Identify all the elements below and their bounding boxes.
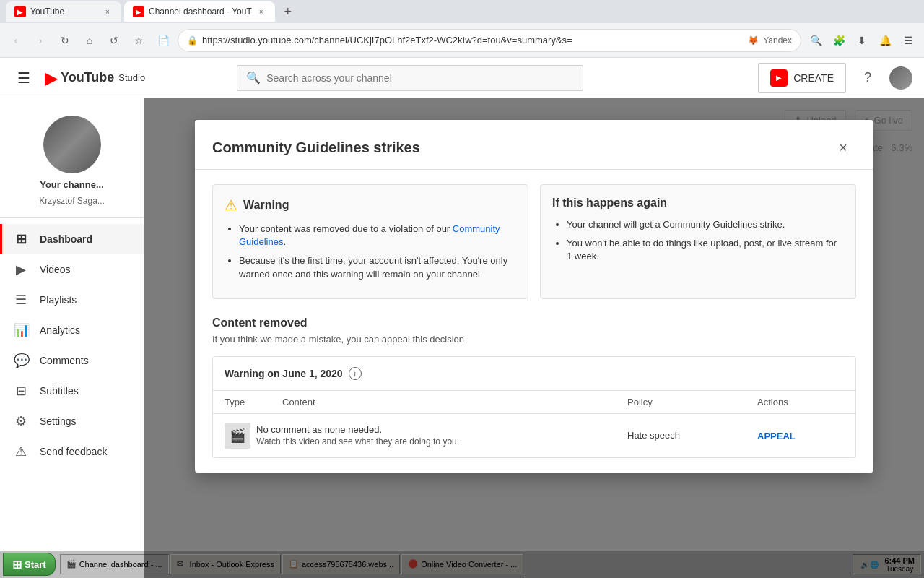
sidebar-item-dashboard-label: Dashboard <box>40 233 92 245</box>
address-text: https://studio.youtube.com/channel/UCKjI… <box>202 35 744 46</box>
modal-title: Community Guidelines strikes <box>212 139 420 156</box>
studio-header: ☰ ▶ YouTube Studio 🔍 CREATE ? <box>0 58 924 98</box>
policy-text: Hate speech <box>627 430 757 441</box>
col-type-header: Type <box>225 397 282 407</box>
sidebar-item-feedback-label: Send feedback <box>40 446 107 457</box>
warning-bullet-1: Your content was removed due to a violat… <box>239 223 516 249</box>
hamburger-menu[interactable]: ☰ <box>12 64 36 92</box>
tab-youtube-title: YouTube <box>30 7 98 17</box>
search-bar[interactable]: 🔍 <box>237 65 583 91</box>
analytics-icon: 📊 <box>14 322 28 338</box>
feedback-icon: ⚠ <box>14 444 28 460</box>
back-button[interactable]: ‹ <box>6 30 26 51</box>
download-btn[interactable]: ⬇ <box>852 30 872 51</box>
search-icon: 🔍 <box>246 71 261 85</box>
tab-studio[interactable]: ▶ Channel dashboard - YouT × <box>124 1 275 22</box>
extensions-btn[interactable]: 🧩 <box>829 30 849 51</box>
address-bar[interactable]: 🔒 https://studio.youtube.com/channel/UCK… <box>178 29 801 52</box>
start-button[interactable]: ⊞ Start <box>3 553 56 576</box>
browser-controls: ‹ › ↻ ⌂ ↺ ☆ 📄 🔒 https://studio.youtube.c… <box>0 23 924 58</box>
page-content: ⬆ Upload ● Go live Impressions click-thr… <box>144 98 924 578</box>
create-button[interactable]: CREATE <box>758 63 846 93</box>
sidebar-item-playlists-label: Playlists <box>40 294 77 306</box>
start-icon: ⊞ <box>12 558 22 571</box>
sidebar-item-feedback[interactable]: ⚠ Send feedback <box>0 436 144 467</box>
sidebar-item-videos[interactable]: ▶ Videos <box>0 254 144 285</box>
dashboard-icon: ⊞ <box>14 231 28 247</box>
tab-studio-title: Channel dashboard - YouT <box>149 7 252 17</box>
youtube-logo[interactable]: ▶ YouTube Studio <box>45 68 145 88</box>
tab-studio-close[interactable]: × <box>256 7 266 17</box>
header-actions: CREATE ? <box>758 63 912 93</box>
search-action-btn[interactable]: 🔍 <box>806 30 826 51</box>
sidebar-item-dashboard[interactable]: ⊞ Dashboard <box>0 224 144 254</box>
community-guidelines-modal: Community Guidelines strikes × ⚠ Warning <box>195 120 873 473</box>
youtube-studio-app: ☰ ▶ YouTube Studio 🔍 CREATE ? Your chann… <box>0 58 924 578</box>
menu-btn[interactable]: ☰ <box>898 30 918 51</box>
sidebar-item-comments[interactable]: 💬 Comments <box>0 345 144 376</box>
appeal-link[interactable]: APPEAL <box>757 431 796 441</box>
youtube-favicon: ▶ <box>14 6 26 17</box>
modal-body: ⚠ Warning Your content was removed due t… <box>195 170 873 473</box>
studio-favicon: ▶ <box>133 6 144 17</box>
warning-boxes: ⚠ Warning Your content was removed due t… <box>212 184 856 299</box>
warning-triangle-icon: ⚠ <box>225 197 237 214</box>
reload-button[interactable]: ↻ <box>55 30 75 51</box>
history-button[interactable]: ↺ <box>104 30 124 51</box>
lock-icon: 🔒 <box>187 35 198 46</box>
tab-youtube[interactable]: ▶ YouTube × <box>6 1 121 22</box>
browser-tab-bar: ▶ YouTube × ▶ Channel dashboard - YouT ×… <box>0 0 924 23</box>
home-button[interactable]: ⌂ <box>79 30 100 51</box>
warning-section: Warning on June 1, 2020 i Type Content P… <box>212 356 856 458</box>
if-happens-again-title: If this happens again <box>552 197 667 210</box>
col-content-header: Content <box>282 397 627 407</box>
if-happens-again-box: If this happens again Your channel will … <box>540 184 856 299</box>
warning-box: ⚠ Warning Your content was removed due t… <box>212 184 528 299</box>
modal-close-button[interactable]: × <box>830 134 856 160</box>
community-guidelines-link[interactable]: Community Guidelines <box>239 223 500 247</box>
create-button-label: CREATE <box>793 72 834 84</box>
help-button[interactable]: ? <box>855 65 881 91</box>
start-label: Start <box>25 559 46 570</box>
warning-box-header: ⚠ Warning <box>225 197 516 214</box>
content-info: No comment as none needed. Watch this vi… <box>250 424 627 447</box>
sidebar-item-analytics[interactable]: 📊 Analytics <box>0 315 144 345</box>
search-input[interactable] <box>266 72 574 84</box>
sidebar-item-comments-label: Comments <box>40 355 89 366</box>
subtitles-icon: ⊟ <box>14 383 28 399</box>
yt-logo-icon: ▶ <box>45 68 58 88</box>
yandex-logo: 🦊 <box>748 35 759 46</box>
sidebar-item-subtitles-label: Subtitles <box>40 385 79 397</box>
warning-info-icon[interactable]: i <box>349 367 362 380</box>
studio-text: Studio <box>118 72 145 83</box>
appeal-button-cell: APPEAL <box>757 429 844 442</box>
videos-icon: ▶ <box>14 262 28 277</box>
col-actions-header: Actions <box>757 397 844 407</box>
sidebar-item-playlists[interactable]: ☰ Playlists <box>0 285 144 315</box>
warning-bullet-2: Because it's the first time, your accoun… <box>239 254 516 280</box>
table-row: 🎬 No comment as none needed. Watch this … <box>213 414 855 457</box>
modal-header: Community Guidelines strikes × <box>195 120 873 170</box>
reader-button[interactable]: 📄 <box>153 30 173 51</box>
create-button-icon <box>770 69 788 87</box>
comments-icon: 💬 <box>14 353 28 368</box>
if-happens-bullet-2: You won't be able to do things like uplo… <box>567 237 844 263</box>
if-happens-bullet-1: Your channel will get a Community Guidel… <box>567 218 844 231</box>
main-content: Your channe... Krzysztof Saga... ⊞ Dashb… <box>0 98 924 578</box>
content-title: No comment as none needed. <box>256 424 627 435</box>
modal-overlay: Community Guidelines strikes × ⚠ Warning <box>144 98 924 578</box>
notification-btn[interactable]: 🔔 <box>875 30 895 51</box>
tab-youtube-close[interactable]: × <box>103 7 113 17</box>
user-avatar[interactable] <box>889 66 912 90</box>
if-happens-again-bullets: Your channel will get a Community Guidel… <box>552 218 844 264</box>
sidebar-item-subtitles[interactable]: ⊟ Subtitles <box>0 376 144 406</box>
forward-button[interactable]: › <box>30 30 51 51</box>
yt-logo-text: YouTube <box>61 70 114 85</box>
warning-date: Warning on June 1, 2020 <box>225 368 343 379</box>
sidebar-item-settings[interactable]: ⚙ Settings <box>0 406 144 436</box>
new-tab-button[interactable]: + <box>278 1 298 22</box>
warning-box-bullets: Your content was removed due to a violat… <box>225 223 516 281</box>
channel-info: Your channe... Krzysztof Saga... <box>0 104 144 218</box>
bookmark-button[interactable]: ☆ <box>128 30 149 51</box>
playlists-icon: ☰ <box>14 292 28 308</box>
